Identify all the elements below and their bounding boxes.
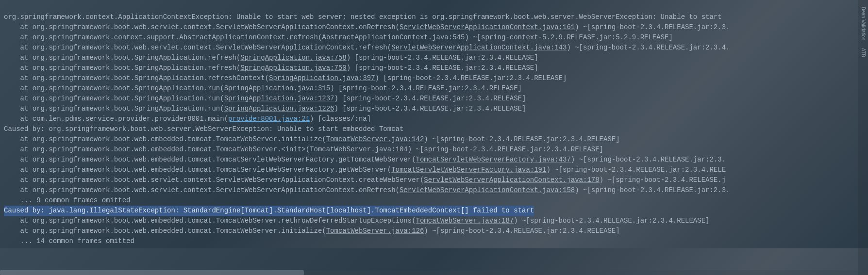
stacktrace-suffix: ) ~[spring-boot-2.3.4.RELEASE.jar:2.3. [575,186,730,194]
source-link[interactable]: TomcatWebServer.java:126 [326,227,424,235]
stacktrace-line: ... 14 common frames omitted [4,236,864,246]
selected-exception-line[interactable]: Caused by: java.lang.IllegalStateExcepti… [4,206,534,216]
stacktrace-prefix: at org.springframework.boot.SpringApplic… [4,54,240,62]
source-link[interactable]: ServletWebServerApplicationContext.java:… [391,44,567,51]
stacktrace-suffix: ) ~[spring-boot-2.3.4.RELEASE.jar:2.3. [571,156,726,163]
stacktrace-prefix: at org.springframework.boot.web.embedded… [4,227,326,235]
stacktrace-suffix: ) ~[spring-boot-2.3.4.RELEASE.jar:2.3.4.… [408,146,603,153]
source-link[interactable]: ServletWebServerApplicationContext.java:… [400,23,575,31]
stacktrace-line: at org.springframework.context.support.A… [4,32,864,43]
stacktrace-line: at org.springframework.boot.SpringApplic… [4,104,864,114]
stacktrace-suffix: ) [spring-boot-2.3.4.RELEASE.jar:2.3.4.R… [330,84,522,92]
stacktrace-suffix: ) ~[spring-boot-2.3.4.RELEASE.jar:2.3.4.… [546,166,726,174]
source-link[interactable]: SpringApplication.java:397 [269,74,375,82]
stacktrace-prefix: at org.springframework.boot.web.servlet.… [4,186,400,194]
stacktrace-line: Caused by: org.springframework.boot.web.… [4,124,864,134]
stacktrace-text: ... 14 common frames omitted [4,237,134,245]
stacktrace-prefix: at org.springframework.boot.SpringApplic… [4,64,240,72]
source-link[interactable]: SpringApplication.java:758 [240,54,346,62]
stacktrace-suffix: ) ~[spring-boot-2.3.4.RELEASE.jar:2.3.4.… [514,217,709,225]
right-sidebar: Bean Validation ATB [858,0,868,248]
stacktrace-suffix: ) ~[spring-boot-2.3.4.RELEASE.j [600,176,726,184]
source-link[interactable]: SpringApplication.java:1237 [224,95,334,102]
source-link[interactable]: ServletWebServerApplicationContext.java:… [424,176,599,184]
stacktrace-prefix: at org.springframework.boot.web.embedded… [4,156,416,163]
stacktrace-prefix: at org.springframework.boot.web.servlet.… [4,176,424,184]
stacktrace-line: at com.len.pdms.service.provider.provide… [4,114,864,124]
stacktrace-prefix: at org.springframework.boot.SpringApplic… [4,84,224,92]
source-link[interactable]: TomcatWebServer.java:104 [310,146,408,153]
source-link[interactable]: AbstractApplicationContext.java:545 [322,33,465,41]
stacktrace-suffix: ) ~[spring-boot-2.3.4.RELEASE.jar:2.3.4.… [424,135,619,143]
console-output[interactable]: org.springframework.context.ApplicationC… [0,0,868,248]
source-link[interactable]: ServletWebServerApplicationContext.java:… [400,186,575,194]
stacktrace-prefix: at org.springframework.boot.web.embedded… [4,217,416,225]
stacktrace-line: at org.springframework.boot.SpringApplic… [4,63,864,73]
stacktrace-line: at org.springframework.boot.web.embedded… [4,134,864,145]
stacktrace-prefix: at org.springframework.boot.SpringApplic… [4,105,224,113]
stacktrace-line: ... 9 common frames omitted [4,195,864,206]
stacktrace-text: org.springframework.context.ApplicationC… [4,13,722,21]
stacktrace-suffix: ) [spring-boot-2.3.4.RELEASE.jar:2.3.4.R… [334,105,526,113]
stacktrace-line: at org.springframework.boot.SpringApplic… [4,83,864,94]
sidebar-tab-atb[interactable]: ATB [859,46,868,59]
stacktrace-prefix: at org.springframework.boot.web.embedded… [4,135,326,143]
stacktrace-prefix: at org.springframework.boot.SpringApplic… [4,95,224,102]
stacktrace-text: ... 9 common frames omitted [4,196,130,204]
source-link[interactable]: TomcatServletWebServerFactory.java:437 [416,156,571,163]
stacktrace-line: org.springframework.context.ApplicationC… [4,12,864,22]
stacktrace-line: at org.springframework.boot.SpringApplic… [4,53,864,63]
stacktrace-suffix: ) [spring-boot-2.3.4.RELEASE.jar:2.3.4.R… [375,74,567,82]
source-link[interactable]: TomcatWebServer.java:187 [416,217,514,225]
stacktrace-line: at org.springframework.boot.web.embedded… [4,226,864,236]
stacktrace-suffix: ) [spring-boot-2.3.4.RELEASE.jar:2.3.4.R… [347,54,538,62]
stacktrace-suffix: ) [spring-boot-2.3.4.RELEASE.jar:2.3.4.R… [334,95,526,102]
stacktrace-line: Caused by: java.lang.IllegalStateExcepti… [4,206,864,216]
source-link[interactable]: provider8001.java:21 [228,115,310,123]
stacktrace-line: at org.springframework.boot.web.embedded… [4,145,864,155]
stacktrace-suffix: ) ~[spring-boot-2.3.4.RELEASE.jar:2.3. [575,23,730,31]
stacktrace-suffix: ) ~[spring-context-5.2.9.RELEASE.jar:5.2… [465,33,672,41]
stacktrace-line: at org.springframework.boot.web.servlet.… [4,185,864,195]
stacktrace-text: Caused by: org.springframework.boot.web.… [4,125,403,133]
source-link[interactable]: SpringApplication.java:1226 [224,105,334,113]
stacktrace-prefix: at org.springframework.boot.web.embedded… [4,146,310,153]
stacktrace-line: at org.springframework.boot.web.embedded… [4,165,864,175]
source-link[interactable]: TomcatServletWebServerFactory.java:191 [391,166,546,174]
stacktrace-line: at org.springframework.boot.web.servlet.… [4,22,864,32]
source-link[interactable]: SpringApplication.java:750 [240,64,346,72]
stacktrace-prefix: at org.springframework.context.support.A… [4,33,322,41]
stacktrace-prefix: at org.springframework.boot.SpringApplic… [4,74,269,82]
stacktrace-line: at org.springframework.boot.web.embedded… [4,216,864,226]
stacktrace-prefix: at org.springframework.boot.web.servlet.… [4,23,400,31]
stacktrace-line: at org.springframework.boot.web.servlet.… [4,175,864,185]
stacktrace-suffix: ) [classes/:na] [310,115,371,123]
stacktrace-line: at org.springframework.boot.web.servlet.… [4,43,864,53]
source-link[interactable]: TomcatWebServer.java:142 [326,135,424,143]
sidebar-tab-bean-validation[interactable]: Bean Validation [859,5,868,42]
source-link[interactable]: SpringApplication.java:315 [224,84,330,92]
stacktrace-suffix: ) ~[spring-boot-2.3.4.RELEASE.jar:2.3.4.… [424,227,619,235]
stacktrace-line: at org.springframework.boot.SpringApplic… [4,94,864,104]
stacktrace-suffix: ) ~[spring-boot-2.3.4.RELEASE.jar:2.3.4. [567,44,730,51]
stacktrace-line: at org.springframework.boot.web.embedded… [4,155,864,165]
stacktrace-prefix: at org.springframework.boot.web.servlet.… [4,44,391,51]
stacktrace-line: at org.springframework.boot.SpringApplic… [4,73,864,83]
stacktrace-prefix: at com.len.pdms.service.provider.provide… [4,115,228,123]
stacktrace-suffix: ) [spring-boot-2.3.4.RELEASE.jar:2.3.4.R… [347,64,538,72]
stacktrace-prefix: at org.springframework.boot.web.embedded… [4,166,391,174]
